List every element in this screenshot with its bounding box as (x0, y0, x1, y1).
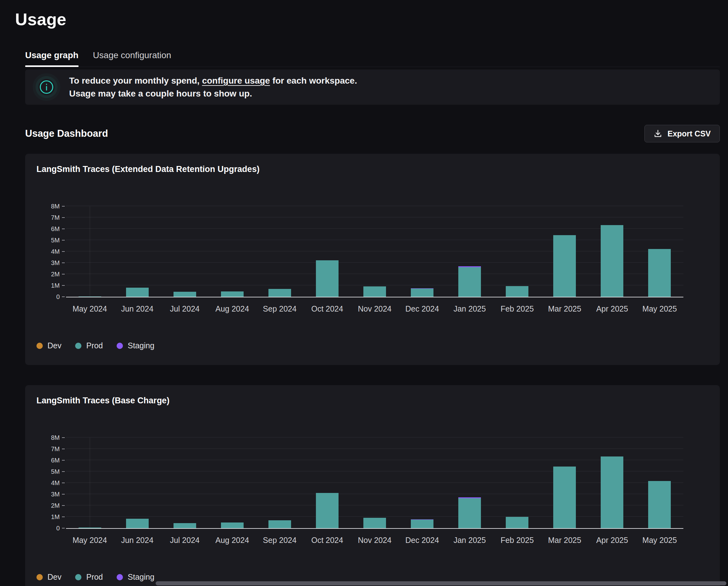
info-banner: To reduce your monthly spend, configure … (25, 70, 720, 105)
bar-segment-prod[interactable] (126, 519, 149, 528)
scrollbar-horizontal[interactable] (156, 581, 726, 585)
x-axis-label: Jan 2025 (446, 536, 494, 545)
bar-nov-2024[interactable] (363, 286, 386, 297)
bar-segment-prod[interactable] (411, 520, 434, 528)
y-axis-tick (62, 494, 65, 494)
bar-segment-prod[interactable] (221, 523, 243, 528)
bar-segment-prod[interactable] (316, 260, 339, 297)
bar-aug-2024[interactable] (221, 523, 243, 528)
bar-may-2025[interactable] (648, 249, 671, 297)
legend-item-staging[interactable]: Staging (116, 341, 154, 350)
bar-mar-2025[interactable] (553, 235, 576, 297)
bar-segment-prod[interactable] (79, 528, 101, 528)
bar-feb-2025[interactable] (506, 286, 528, 297)
bar-segment-prod[interactable] (126, 288, 149, 297)
bar-segment-prod[interactable] (316, 493, 339, 528)
bar-column (113, 438, 161, 528)
bar-segment-prod[interactable] (601, 457, 623, 528)
bar-column (589, 438, 636, 528)
bar-segment-prod[interactable] (411, 288, 434, 297)
legend-item-prod[interactable]: Prod (75, 341, 103, 350)
bar-may-2024[interactable] (79, 528, 101, 528)
bar-oct-2024[interactable] (316, 260, 339, 297)
configure-usage-link[interactable]: configure usage (202, 76, 270, 85)
y-axis-tick (62, 251, 65, 252)
legend-item-dev[interactable]: Dev (36, 572, 61, 582)
export-csv-button[interactable]: Export CSV (644, 125, 720, 143)
bar-jan-2025[interactable] (458, 266, 481, 297)
bar-dec-2024[interactable] (411, 288, 434, 297)
bar-column (66, 438, 113, 528)
y-axis-label: 2M (51, 502, 60, 509)
bar-apr-2025[interactable] (601, 457, 623, 528)
bar-mar-2025[interactable] (553, 466, 576, 528)
bar-oct-2024[interactable] (316, 493, 339, 528)
bar-segment-prod[interactable] (553, 235, 576, 297)
y-axis-label: 3M (51, 259, 60, 266)
bar-sep-2024[interactable] (268, 520, 291, 528)
bar-segment-prod[interactable] (79, 297, 101, 297)
bar-segment-prod[interactable] (174, 523, 196, 528)
tab-usage-configuration[interactable]: Usage configuration (93, 50, 171, 67)
legend-dot (75, 343, 81, 349)
bar-dec-2024[interactable] (411, 519, 434, 528)
bar-segment-prod[interactable] (363, 518, 386, 528)
bar-column (494, 438, 541, 528)
bar-apr-2025[interactable] (601, 225, 623, 297)
bar-jul-2024[interactable] (174, 523, 196, 528)
bar-jun-2024[interactable] (126, 519, 149, 528)
bar-segment-prod[interactable] (506, 517, 528, 528)
y-axis-tick (62, 437, 65, 438)
legend-item-prod[interactable]: Prod (75, 572, 103, 582)
bar-column (208, 438, 256, 528)
y-axis-tick (62, 516, 65, 517)
banner-line2: Usage may take a couple hours to show up… (69, 87, 357, 100)
bar-may-2025[interactable] (648, 481, 671, 528)
bar-sep-2024[interactable] (268, 289, 291, 297)
bar-column (208, 206, 256, 297)
y-axis-tick (62, 449, 65, 449)
bar-column (446, 206, 494, 297)
bar-segment-prod[interactable] (601, 225, 623, 297)
bar-jul-2024[interactable] (174, 292, 196, 297)
bar-columns (66, 206, 683, 297)
bar-segment-prod[interactable] (648, 481, 671, 528)
bar-segment-prod[interactable] (363, 286, 386, 297)
export-csv-label: Export CSV (667, 129, 711, 138)
tab-usage-graph[interactable]: Usage graph (25, 50, 79, 67)
bar-jan-2025[interactable] (458, 498, 481, 528)
bar-segment-prod[interactable] (174, 292, 196, 297)
bar-jun-2024[interactable] (126, 288, 149, 297)
bar-segment-prod[interactable] (506, 286, 528, 297)
bar-chart: 01M2M3M4M5M6M7M8M (66, 438, 683, 529)
bar-segment-prod[interactable] (221, 291, 243, 297)
bar-segment-prod[interactable] (458, 267, 481, 297)
bar-column (256, 206, 303, 297)
y-axis-label: 1M (51, 282, 60, 289)
x-axis-label: May 2025 (636, 536, 683, 545)
bar-aug-2024[interactable] (221, 291, 243, 297)
usage-page: Usage Usage graph Usage configuration To… (0, 0, 728, 586)
bar-segment-prod[interactable] (553, 466, 576, 528)
bar-segment-prod[interactable] (458, 498, 481, 528)
x-axis-label: Jan 2025 (446, 304, 494, 313)
bar-column (636, 438, 683, 528)
info-icon (38, 79, 55, 95)
bar-segment-prod[interactable] (268, 289, 291, 297)
legend-dot (116, 574, 123, 580)
legend-dot (75, 574, 81, 580)
bar-feb-2025[interactable] (506, 517, 528, 528)
x-axis-label: Mar 2025 (541, 536, 589, 545)
bar-nov-2024[interactable] (363, 518, 386, 528)
bar-column (398, 206, 446, 297)
bar-may-2024[interactable] (79, 297, 101, 297)
y-axis-label: 0 (56, 293, 60, 301)
bar-segment-prod[interactable] (648, 249, 671, 297)
chart-legend: DevProdStaging (36, 341, 708, 350)
y-axis-tick (62, 297, 65, 297)
y-axis-label: 2M (51, 271, 60, 278)
legend-item-dev[interactable]: Dev (36, 341, 61, 350)
legend-item-staging[interactable]: Staging (116, 572, 154, 582)
bar-segment-prod[interactable] (268, 520, 291, 528)
banner-line1: To reduce your monthly spend, configure … (69, 74, 357, 87)
